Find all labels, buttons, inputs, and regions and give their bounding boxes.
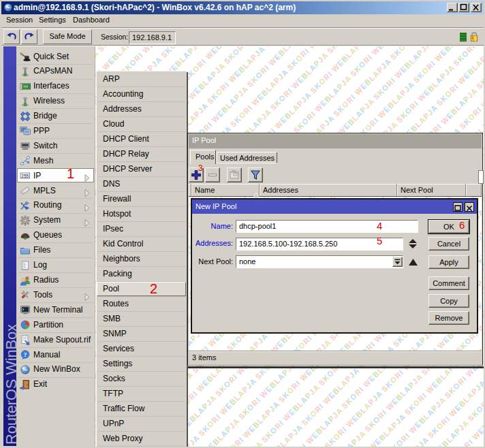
svg-text:255: 255 <box>21 174 29 178</box>
svg-text:?: ? <box>24 351 27 358</box>
svg-text:RouterOS WinBox: RouterOS WinBox <box>3 324 18 445</box>
